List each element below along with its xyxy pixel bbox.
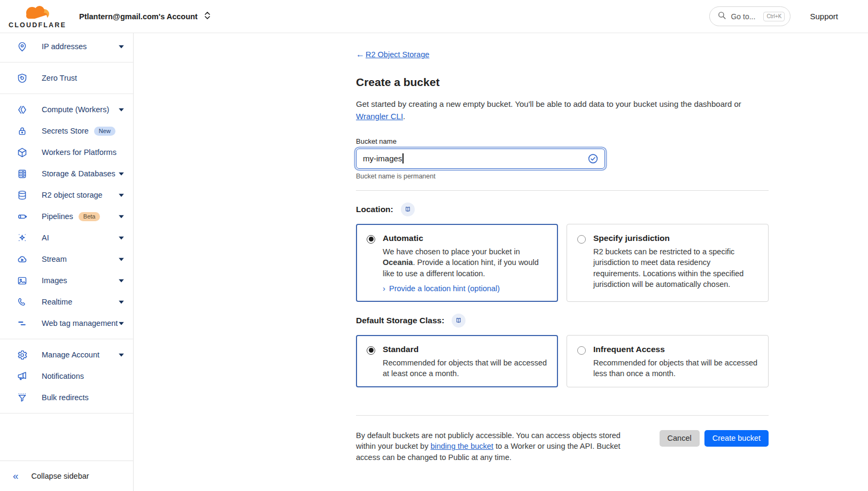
chevron-down-icon — [119, 322, 124, 325]
sidebar-item-label: IP addresses — [42, 42, 87, 51]
check-circle-icon — [587, 153, 599, 164]
sidebar-item-label: Storage & Databases — [42, 169, 115, 178]
bucket-name-value: my-images — [363, 154, 402, 163]
wrangler-cli-link[interactable]: Wrangler CLI — [356, 112, 403, 121]
desc-bold: Oceania — [383, 258, 413, 267]
option-description: We have chosen to place your bucket in O… — [383, 246, 547, 279]
sidebar-item-web-tag-management[interactable]: Web tag management — [0, 313, 133, 334]
collapse-sidebar-button[interactable]: « Collapse sidebar — [0, 461, 133, 491]
sidebar-item-compute-workers[interactable]: Compute (Workers) — [0, 99, 133, 120]
storage-class-help-icon[interactable] — [452, 314, 466, 328]
storage-option-infrequent[interactable]: Infrequent Access Recommended for object… — [567, 335, 769, 387]
image-icon — [17, 275, 28, 286]
divider — [356, 415, 769, 416]
account-switcher[interactable]: Ptlantern@gmail.com's Account — [79, 11, 212, 22]
location-option-jurisdiction[interactable]: Specify jurisdiction R2 buckets can be r… — [567, 224, 769, 302]
bucket-name-field: Bucket name my-images Bucket name is per… — [356, 137, 769, 180]
search-icon — [717, 11, 726, 22]
account-name: Ptlantern@gmail.com's Account — [79, 12, 198, 21]
sidebar-nav: IP addressesZero TrustCompute (Workers)S… — [0, 33, 133, 414]
sidebar-item-label: AI — [42, 233, 49, 242]
location-option-automatic[interactable]: Automatic We have chosen to place your b… — [356, 224, 558, 302]
location-pin-icon — [17, 41, 28, 52]
sidebar-divider — [0, 413, 133, 414]
sidebar-item-label: Manage Account — [42, 350, 99, 359]
sidebar-item-r2-object-storage[interactable]: R2 object storage — [0, 184, 133, 206]
radio-unselected-icon[interactable] — [577, 346, 586, 355]
location-heading: Location: — [356, 205, 393, 214]
back-to-r2-link[interactable]: ← R2 Object Storage — [356, 50, 429, 59]
option-title: Standard — [383, 345, 547, 354]
cloudflare-wordmark: CLOUDFLARE — [9, 21, 66, 29]
workers-icon — [17, 104, 28, 115]
megaphone-icon — [17, 371, 28, 382]
sidebar-item-notifications[interactable]: Notifications — [0, 365, 133, 387]
goto-placeholder: Go to... — [731, 12, 759, 21]
sidebar-item-stream[interactable]: Stream — [0, 248, 133, 270]
support-menu[interactable]: Support — [810, 12, 838, 21]
intro-paragraph: Get started by creating a new empty buck… — [356, 98, 763, 123]
radio-unselected-icon[interactable] — [577, 235, 586, 244]
sidebar-item-bulk-redirects[interactable]: Bulk redirects — [0, 387, 133, 408]
option-description: R2 buckets can be restricted to a specif… — [593, 246, 758, 290]
intro-text: Get started by creating a new empty buck… — [356, 99, 741, 108]
storage-option-standard[interactable]: Standard Recommended for objects that wi… — [356, 335, 558, 387]
option-description: Recommended for objects that will be acc… — [593, 357, 758, 379]
sidebar-item-zero-trust[interactable]: Zero Trust — [0, 67, 133, 89]
sidebar-item-ai[interactable]: AI — [0, 227, 133, 248]
chevron-down-icon — [119, 353, 124, 356]
location-options: Automatic We have chosen to place your b… — [356, 224, 769, 302]
double-chevron-left-icon: « — [13, 470, 19, 482]
main-content: ← R2 Object Storage Create a bucket Get … — [134, 33, 868, 491]
text-cursor — [402, 153, 404, 163]
radio-selected-icon[interactable] — [367, 346, 375, 355]
beta-badge: Beta — [79, 212, 100, 221]
access-note: By default buckets are not publicly acce… — [356, 430, 632, 463]
sidebar-item-label: Pipelines — [42, 212, 73, 221]
location-hint-link[interactable]: › Provide a location hint (optional) — [383, 284, 547, 293]
chevron-down-icon — [119, 172, 124, 175]
sidebar-divider — [0, 93, 133, 94]
new-badge: New — [94, 127, 115, 136]
storage-class-options: Standard Recommended for objects that wi… — [356, 335, 769, 387]
bucket-name-label: Bucket name — [356, 137, 769, 145]
option-title: Automatic — [383, 233, 547, 243]
sidebar-item-workers-for-platforms[interactable]: Workers for Platforms — [0, 142, 133, 163]
disc-stack-icon — [17, 190, 28, 201]
sidebar-item-manage-account[interactable]: Manage Account — [0, 344, 133, 365]
sidebar-item-ip-addresses[interactable]: IP addresses — [0, 36, 133, 57]
binding-the-bucket-link[interactable]: binding the bucket — [430, 442, 493, 450]
cloud-play-icon — [17, 254, 28, 265]
sidebar-item-label: Images — [42, 276, 67, 285]
divider — [356, 190, 769, 191]
cancel-button[interactable]: Cancel — [660, 430, 700, 447]
bucket-name-input[interactable]: my-images — [356, 149, 605, 169]
cloudflare-logo[interactable]: CLOUDFLARE — [11, 4, 64, 29]
sidebar-divider — [0, 339, 133, 339]
chevron-right-icon: › — [383, 284, 385, 293]
create-bucket-button[interactable]: Create bucket — [704, 430, 769, 447]
phone-icon — [17, 297, 28, 308]
sidebar-item-images[interactable]: Images — [0, 270, 133, 291]
chevron-down-icon — [119, 215, 124, 218]
chevron-down-icon — [119, 236, 124, 239]
radio-selected-icon[interactable] — [367, 235, 375, 244]
chevron-down-icon — [119, 193, 124, 197]
sidebar-item-label: Stream — [42, 255, 67, 263]
sidebar-item-label: Zero Trust — [42, 74, 77, 82]
sidebar-item-label: Bulk redirects — [42, 393, 89, 402]
desc-prefix: We have chosen to place your bucket in — [383, 247, 520, 256]
sidebar-item-label: Secrets Store — [42, 127, 89, 135]
sidebar-item-pipelines[interactable]: PipelinesBeta — [0, 206, 133, 227]
sidebar-item-label: Realtime — [42, 298, 72, 306]
option-description: Recommended for objects that will be acc… — [383, 357, 547, 379]
goto-search[interactable]: Go to... Ctrl+K — [709, 6, 790, 26]
back-arrow-icon: ← — [356, 50, 365, 59]
sidebar-item-storage-databases[interactable]: Storage & Databases — [0, 163, 133, 184]
sidebar: IP addressesZero TrustCompute (Workers)S… — [0, 33, 134, 491]
sidebar-item-secrets-store[interactable]: Secrets StoreNew — [0, 120, 133, 142]
location-help-icon[interactable] — [401, 202, 415, 216]
gear-icon — [17, 349, 28, 361]
sidebar-item-realtime[interactable]: Realtime — [0, 291, 133, 313]
back-link-label: R2 Object Storage — [366, 50, 429, 59]
